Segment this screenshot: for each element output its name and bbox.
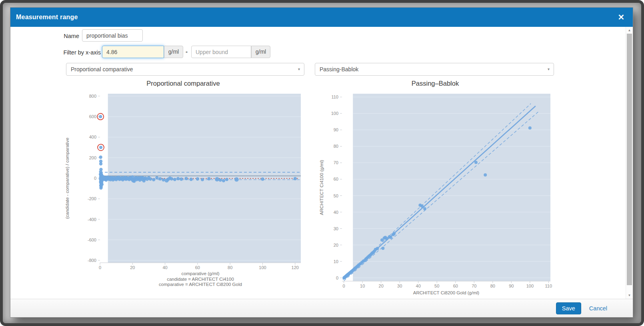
y-tick-label: 110 <box>331 95 338 99</box>
y-tick-label: 80 <box>334 144 338 149</box>
data-point[interactable] <box>219 178 222 181</box>
x-tick-label: 120 <box>292 265 299 270</box>
filter-by-x-axis-label: Filter by x-axis <box>34 49 101 56</box>
y-tick-label: 200 <box>89 155 96 160</box>
filter-upper-bound-input[interactable] <box>191 46 251 58</box>
data-point[interactable] <box>420 205 424 208</box>
data-point[interactable] <box>385 237 388 240</box>
data-point[interactable] <box>100 183 104 186</box>
data-point[interactable] <box>381 247 384 250</box>
data-point[interactable] <box>225 178 228 181</box>
save-button[interactable]: Save <box>556 302 581 314</box>
scroll-up-icon[interactable]: ▲ <box>626 27 633 33</box>
y-tick-label: -600 <box>88 237 96 242</box>
data-point[interactable] <box>207 177 210 180</box>
data-point[interactable] <box>155 176 158 179</box>
dialog-header: Measurement range ✕ <box>10 8 633 27</box>
proportional-comparative-chart: 020406080100120-800-600-400-200020040060… <box>58 74 318 293</box>
data-point[interactable] <box>484 173 487 177</box>
x-axis-title: candidate = ARCHITECT Ci4100 <box>167 277 234 282</box>
chevron-down-icon: ▾ <box>548 63 550 75</box>
data-point[interactable] <box>162 178 165 181</box>
data-point[interactable] <box>176 177 180 180</box>
y-tick-label: 40 <box>334 210 338 215</box>
right-chart-type-select[interactable]: Passing-Bablok ▾ <box>315 63 554 76</box>
data-point[interactable] <box>99 155 102 159</box>
unit-addon-lower: g/ml <box>164 46 183 58</box>
data-point[interactable] <box>189 178 192 181</box>
data-point[interactable] <box>152 178 155 181</box>
x-tick-label: 60 <box>453 284 458 288</box>
x-tick-label: 0 <box>343 284 345 288</box>
y-axis-title: ARCHITECT Ci4100 (g/ml) <box>319 160 324 215</box>
filter-lower-bound-input[interactable] <box>102 46 164 58</box>
dialog-footer: Save Cancel <box>10 299 633 317</box>
chart-title: Passing–Bablok <box>412 80 459 87</box>
data-point[interactable] <box>215 177 219 181</box>
name-input[interactable] <box>82 29 143 42</box>
unit-addon-upper: g/ml <box>251 46 270 58</box>
data-point[interactable] <box>392 232 396 235</box>
left-chart-type-value: Proportional comparative <box>71 63 133 75</box>
y-tick-label: -200 <box>88 196 96 201</box>
x-axis-title: ARCHITECT Ci8200 Gold (g/ml) <box>413 290 479 295</box>
data-point[interactable] <box>158 177 162 180</box>
x-tick-label: 60 <box>195 265 200 270</box>
data-point[interactable] <box>99 115 102 118</box>
x-tick-label: 20 <box>379 284 384 288</box>
data-point[interactable] <box>474 161 478 164</box>
x-tick-label: 10 <box>360 284 365 288</box>
y-tick-label: 10 <box>334 259 338 264</box>
x-tick-label: 40 <box>162 265 167 270</box>
dialog-body: Name Filter by x-axis g/ml - g/ml Propor… <box>10 27 633 299</box>
x-tick-label: 20 <box>130 265 135 270</box>
data-point[interactable] <box>261 177 264 181</box>
data-point[interactable] <box>99 146 102 149</box>
y-tick-label: 400 <box>89 135 96 139</box>
y-tick-label: 0 <box>336 276 338 280</box>
data-point[interactable] <box>201 178 204 181</box>
data-point[interactable] <box>389 236 392 239</box>
x-axis-title: comparative (g/ml) <box>181 271 219 276</box>
dialog-title: Measurement range <box>16 8 78 27</box>
y-tick-label: 50 <box>334 193 338 198</box>
y-tick-label: 0 <box>94 176 96 181</box>
data-point[interactable] <box>423 207 426 210</box>
data-point[interactable] <box>170 177 173 180</box>
x-tick-label: 80 <box>228 265 232 270</box>
y-tick-label: 600 <box>89 114 96 119</box>
x-tick-label: 100 <box>526 284 534 288</box>
y-tick-label: 30 <box>334 226 338 231</box>
data-point[interactable] <box>222 179 225 182</box>
scroll-down-icon[interactable]: ▼ <box>626 292 633 298</box>
chart-title: Proportional comparative <box>146 80 220 87</box>
data-point[interactable] <box>99 162 102 165</box>
data-point[interactable] <box>99 186 102 189</box>
x-tick-label: 110 <box>545 284 552 288</box>
close-icon[interactable]: ✕ <box>615 11 627 23</box>
y-tick-label: 70 <box>334 160 338 165</box>
x-tick-label: 90 <box>509 284 514 288</box>
data-point[interactable] <box>234 177 239 182</box>
data-point[interactable] <box>196 177 199 181</box>
shaded-measurement-region <box>353 94 550 281</box>
y-tick-label: 90 <box>334 127 338 132</box>
y-tick-label: -400 <box>88 217 96 222</box>
cancel-button[interactable]: Cancel <box>589 305 607 312</box>
data-point[interactable] <box>528 126 532 129</box>
data-point[interactable] <box>180 177 183 181</box>
y-tick-label: 20 <box>334 243 338 248</box>
range-separator: - <box>186 48 188 55</box>
data-point[interactable] <box>294 177 297 180</box>
chevron-down-icon: ▾ <box>298 63 300 75</box>
y-tick-label: 800 <box>89 94 96 99</box>
data-point[interactable] <box>149 177 152 181</box>
data-point[interactable] <box>376 247 379 250</box>
scrollbar-thumb[interactable] <box>627 34 632 285</box>
left-chart-type-select[interactable]: Proportional comparative ▾ <box>66 63 304 76</box>
y-tick-label: 60 <box>334 177 338 181</box>
data-point[interactable] <box>184 177 188 180</box>
vertical-scrollbar[interactable]: ▲ ▼ <box>626 27 633 299</box>
y-axis-title: (candidate - comparative) / comparative <box>65 138 70 219</box>
data-point[interactable] <box>173 178 176 181</box>
